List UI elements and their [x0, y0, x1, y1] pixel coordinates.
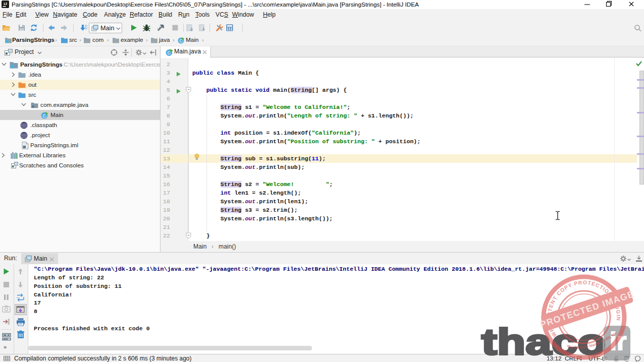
svg-text:10: 10 [85, 27, 87, 30]
svg-text:IJ: IJ [4, 2, 7, 6]
svg-text:C: C [179, 38, 182, 43]
